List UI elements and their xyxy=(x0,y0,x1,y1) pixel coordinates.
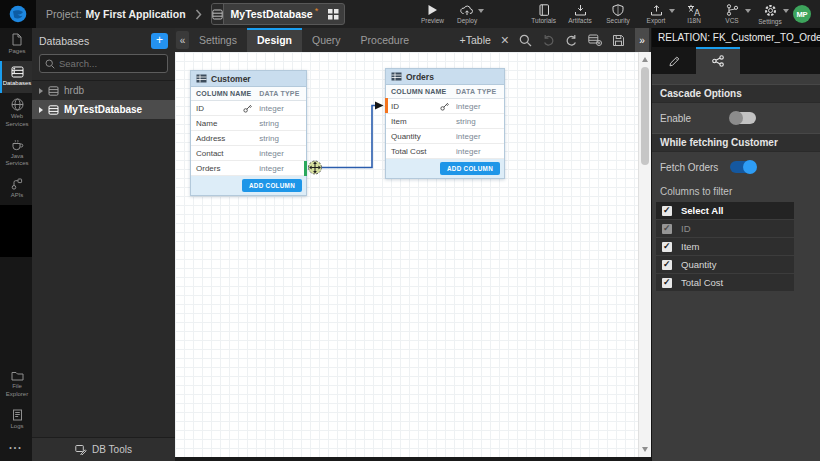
tab-procedure[interactable]: Procedure xyxy=(351,28,419,52)
tree-item-hrdb[interactable]: hrdb xyxy=(32,81,175,100)
sidebar-item-file-explorer[interactable]: File Explorer xyxy=(0,365,32,403)
add-column-button[interactable]: ADD COLUMN xyxy=(440,162,500,175)
canvas-vertical-scrollbar[interactable] xyxy=(638,52,651,457)
project-name[interactable]: My First Application xyxy=(86,8,186,20)
expand-caret-icon[interactable] xyxy=(39,88,43,94)
security-button[interactable]: Security xyxy=(599,0,637,28)
artifacts-button[interactable]: Artifacts xyxy=(561,0,599,28)
add-database-button[interactable]: + xyxy=(151,33,168,49)
page-icon xyxy=(11,33,23,46)
column-row-contact[interactable]: Contact integer xyxy=(191,146,306,161)
app-logo[interactable] xyxy=(0,0,36,28)
checkbox-checked-icon[interactable] xyxy=(662,242,672,252)
table-header[interactable]: Customer xyxy=(191,71,306,87)
unsaved-changes-marker: * xyxy=(315,6,319,16)
expand-caret-icon[interactable] xyxy=(39,107,43,113)
er-table-customer[interactable]: Customer COLUMN NAME DATA TYPE ID intege… xyxy=(190,70,307,196)
database-search[interactable] xyxy=(39,54,168,73)
i18n-button[interactable]: A I18N xyxy=(675,0,713,28)
sidebar-item-web-services[interactable]: Web Services xyxy=(0,93,32,133)
sync-database-button[interactable] xyxy=(588,34,602,46)
db-tools-button[interactable]: DB Tools xyxy=(32,437,175,461)
checkbox-row-quantity[interactable]: Quantity xyxy=(656,256,794,274)
er-diagram-canvas[interactable]: Customer COLUMN NAME DATA TYPE ID intege… xyxy=(175,52,651,457)
redo-button[interactable] xyxy=(565,34,578,46)
canvas-bottom-strip xyxy=(175,457,651,461)
search-input[interactable] xyxy=(59,58,162,69)
column-row-total-cost[interactable]: Total Cost integer xyxy=(386,144,504,159)
tab-settings[interactable]: Settings xyxy=(189,28,247,52)
er-table-orders[interactable]: Orders COLUMN NAME DATA TYPE ID integer … xyxy=(385,68,505,179)
settings-button[interactable]: Settings xyxy=(751,0,789,28)
scroll-up-arrow[interactable] xyxy=(642,57,648,62)
app-switcher-icon[interactable] xyxy=(320,9,345,20)
checkbox-row-item[interactable]: Item xyxy=(656,238,794,256)
database-icon xyxy=(48,86,59,96)
relation-panel-title: RELATION: FK_Customer_TO_Orders_O... xyxy=(652,28,820,47)
while-fetching-header: While fetching Customer xyxy=(652,133,820,152)
column-row-quantity[interactable]: Quantity integer xyxy=(386,129,504,144)
databases-panel: Databases + hrdb MyTestDatabase DB Tools xyxy=(32,28,175,461)
columns-filter-list: Select All ID Item Quantity Total Cost xyxy=(656,202,794,292)
tree-item-mytestdatabase[interactable]: MyTestDatabase xyxy=(32,100,175,119)
checkbox-checked-icon[interactable] xyxy=(662,278,672,288)
export-up-icon xyxy=(650,4,663,16)
add-column-button[interactable]: ADD COLUMN xyxy=(242,179,302,192)
share-nodes-icon xyxy=(712,55,724,67)
sidebar-item-databases[interactable]: Databases xyxy=(0,61,32,93)
coffee-cup-icon xyxy=(11,139,24,151)
column-row-id[interactable]: ID integer xyxy=(191,101,306,116)
sidebar-item-apis[interactable]: APIs xyxy=(0,173,32,205)
checkbox-row-total-cost[interactable]: Total Cost xyxy=(656,274,794,292)
relation-panel-body: Cascade Options Enable While fetching Cu… xyxy=(652,74,820,461)
column-row-name[interactable]: Name string xyxy=(191,116,306,131)
open-database-tab[interactable]: MyTestDatabase * xyxy=(211,3,346,25)
fetch-orders-toggle[interactable] xyxy=(730,161,756,173)
git-branch-icon xyxy=(726,4,739,16)
collapse-panel-button[interactable]: « xyxy=(176,31,189,49)
database-tree: hrdb MyTestDatabase xyxy=(32,80,175,119)
tab-edit-relation[interactable] xyxy=(652,47,696,74)
panel-title: Databases xyxy=(39,35,151,47)
relation-drag-handle-icon xyxy=(309,161,322,174)
preview-button[interactable]: Preview xyxy=(415,0,450,28)
scroll-down-arrow[interactable] xyxy=(642,447,648,452)
enable-toggle[interactable] xyxy=(730,112,756,124)
checkbox-row-id: ID xyxy=(656,220,794,238)
tab-design[interactable]: Design xyxy=(247,28,302,52)
api-connector-icon xyxy=(11,178,23,190)
column-row-address[interactable]: Address string xyxy=(191,131,306,146)
tutorials-button[interactable]: Tutorials xyxy=(526,0,561,28)
delete-button[interactable]: × xyxy=(501,34,509,46)
zoom-search-button[interactable] xyxy=(519,34,532,47)
checkbox-checked-icon[interactable] xyxy=(662,260,672,270)
column-header-row: COLUMN NAME DATA TYPE xyxy=(191,87,306,101)
topbar-right-actions: Artifacts Security Export A I18N VCS xyxy=(561,0,820,28)
add-table-button[interactable]: +Table xyxy=(460,34,491,46)
tab-query[interactable]: Query xyxy=(302,28,351,52)
column-row-item[interactable]: Item string xyxy=(386,114,504,129)
designer-toolbar: « Settings Design Query Procedure +Table… xyxy=(175,28,651,52)
save-button[interactable] xyxy=(612,34,625,47)
sidebar-item-pages[interactable]: Pages xyxy=(0,28,32,61)
export-button[interactable]: Export xyxy=(637,0,675,28)
undo-button[interactable] xyxy=(542,34,555,46)
more-options-icon[interactable]: ••• xyxy=(0,436,32,461)
column-row-id[interactable]: ID integer xyxy=(386,99,504,114)
database-icon xyxy=(11,66,24,78)
checkbox-row-select-all[interactable]: Select All xyxy=(656,202,794,220)
sidebar-item-logs[interactable]: Logs xyxy=(0,404,32,436)
sidebar-item-java-services[interactable]: Java Services xyxy=(0,134,32,173)
scrollbar-thumb[interactable] xyxy=(641,67,649,165)
download-tray-icon xyxy=(574,4,587,16)
checkbox-checked-icon[interactable] xyxy=(662,206,672,216)
user-avatar[interactable]: MP xyxy=(793,5,811,23)
translate-icon: A xyxy=(687,4,701,16)
relation-properties-panel: RELATION: FK_Customer_TO_Orders_O... Cas… xyxy=(651,28,820,461)
expand-toolbar-button[interactable]: » xyxy=(635,28,649,52)
column-row-orders[interactable]: Orders integer xyxy=(191,161,306,176)
table-header[interactable]: Orders xyxy=(386,69,504,85)
deploy-button[interactable]: Deploy xyxy=(450,0,485,28)
vcs-button[interactable]: VCS xyxy=(713,0,751,28)
tab-relation-settings[interactable] xyxy=(696,47,740,74)
